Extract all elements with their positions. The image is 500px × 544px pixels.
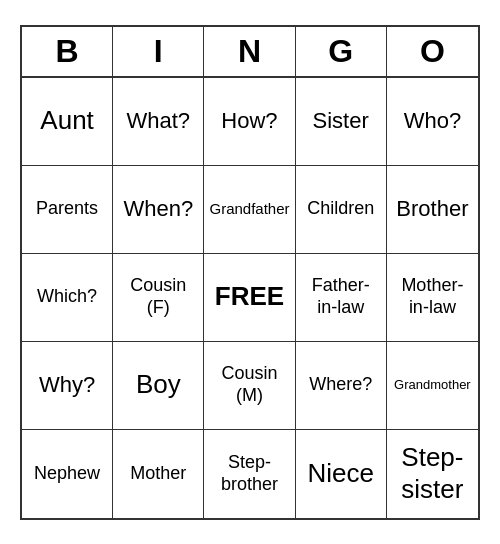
cell-text: Step-sister bbox=[401, 442, 463, 504]
cell-text: Mother bbox=[130, 463, 186, 485]
bingo-grid: AuntWhat?How?SisterWho?ParentsWhen?Grand… bbox=[22, 78, 478, 518]
bingo-cell: Nephew bbox=[22, 430, 113, 518]
cell-text: Why? bbox=[39, 372, 95, 398]
bingo-cell: Mother-in-law bbox=[387, 254, 478, 342]
bingo-cell: How? bbox=[204, 78, 295, 166]
cell-text: Parents bbox=[36, 198, 98, 220]
cell-text: Nephew bbox=[34, 463, 100, 485]
bingo-cell: Children bbox=[296, 166, 387, 254]
bingo-cell: Grandmother bbox=[387, 342, 478, 430]
bingo-cell: When? bbox=[113, 166, 204, 254]
bingo-cell: Why? bbox=[22, 342, 113, 430]
cell-text: Step-brother bbox=[221, 452, 278, 495]
bingo-card: BINGO AuntWhat?How?SisterWho?ParentsWhen… bbox=[20, 25, 480, 520]
cell-text: Mother-in-law bbox=[401, 275, 463, 318]
cell-text: Who? bbox=[404, 108, 461, 134]
cell-text: Children bbox=[307, 198, 374, 220]
bingo-cell: FREE bbox=[204, 254, 295, 342]
bingo-cell: Cousin(M) bbox=[204, 342, 295, 430]
bingo-cell: Parents bbox=[22, 166, 113, 254]
cell-text: How? bbox=[221, 108, 277, 134]
cell-text: FREE bbox=[215, 281, 284, 312]
bingo-cell: Mother bbox=[113, 430, 204, 518]
cell-text: What? bbox=[126, 108, 190, 134]
bingo-cell: Where? bbox=[296, 342, 387, 430]
cell-text: Which? bbox=[37, 286, 97, 308]
bingo-cell: Brother bbox=[387, 166, 478, 254]
bingo-cell: Grandfather bbox=[204, 166, 295, 254]
cell-text: Sister bbox=[313, 108, 369, 134]
bingo-header: BINGO bbox=[22, 27, 478, 78]
cell-text: Niece bbox=[307, 458, 373, 489]
bingo-cell: Step-brother bbox=[204, 430, 295, 518]
cell-text: Aunt bbox=[40, 105, 94, 136]
bingo-cell: Cousin(F) bbox=[113, 254, 204, 342]
bingo-cell: Niece bbox=[296, 430, 387, 518]
header-letter: N bbox=[204, 27, 295, 76]
bingo-cell: Step-sister bbox=[387, 430, 478, 518]
bingo-cell: Father-in-law bbox=[296, 254, 387, 342]
bingo-cell: Aunt bbox=[22, 78, 113, 166]
header-letter: B bbox=[22, 27, 113, 76]
cell-text: Where? bbox=[309, 374, 372, 396]
cell-text: When? bbox=[123, 196, 193, 222]
bingo-cell: Who? bbox=[387, 78, 478, 166]
bingo-cell: Sister bbox=[296, 78, 387, 166]
header-letter: I bbox=[113, 27, 204, 76]
cell-text: Boy bbox=[136, 369, 181, 400]
cell-text: Grandfather bbox=[209, 200, 289, 218]
bingo-cell: Which? bbox=[22, 254, 113, 342]
header-letter: G bbox=[296, 27, 387, 76]
cell-text: Father-in-law bbox=[312, 275, 370, 318]
bingo-cell: What? bbox=[113, 78, 204, 166]
cell-text: Grandmother bbox=[394, 377, 471, 393]
cell-text: Cousin(M) bbox=[221, 363, 277, 406]
bingo-cell: Boy bbox=[113, 342, 204, 430]
cell-text: Brother bbox=[396, 196, 468, 222]
header-letter: O bbox=[387, 27, 478, 76]
cell-text: Cousin(F) bbox=[130, 275, 186, 318]
